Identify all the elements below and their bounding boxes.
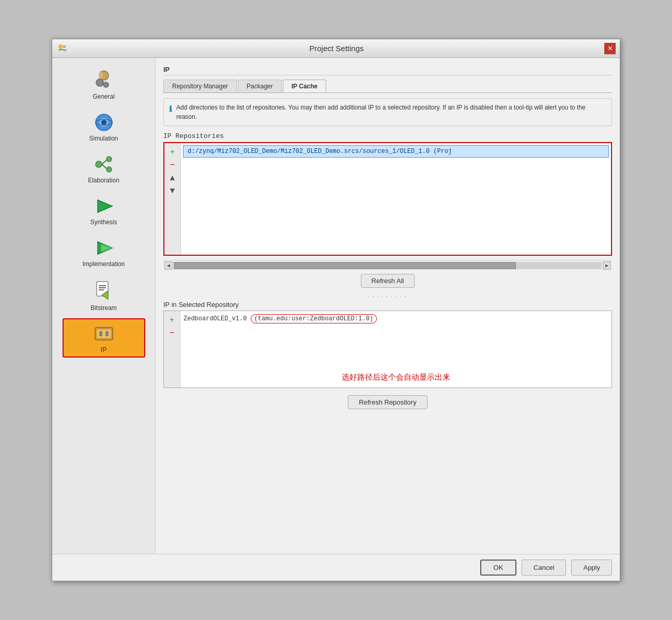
svg-rect-5 <box>99 72 103 79</box>
window-body: General Simulation <box>52 58 620 554</box>
selected-repo-item: ZedboardOLED_v1.0 (tamu.edu:user:Zedboar… <box>184 314 608 323</box>
svg-rect-27 <box>100 327 102 329</box>
title-bar: Project Settings ✕ <box>52 39 620 58</box>
repo-list-container: + − ▲ ▼ d:/zynq/Miz702_OLED_Demo/Miz702_… <box>163 142 612 256</box>
repo-controls: + − ▲ ▼ <box>164 143 181 255</box>
svg-point-3 <box>96 79 103 86</box>
ok-button[interactable]: OK <box>480 560 516 576</box>
elaboration-icon <box>94 154 114 175</box>
move-up-button[interactable]: ▲ <box>167 172 178 183</box>
scrollbar-track[interactable] <box>174 262 602 269</box>
svg-point-11 <box>106 157 112 162</box>
refresh-all-container: Refresh All <box>163 274 612 288</box>
bitstream-icon <box>94 280 114 302</box>
apply-button[interactable]: Apply <box>571 560 612 576</box>
svg-rect-26 <box>105 331 109 336</box>
sidebar-item-simulation[interactable]: Simulation <box>63 107 145 146</box>
sidebar-item-elaboration-label: Elaboration <box>88 177 119 184</box>
horizontal-scrollbar[interactable]: ◀ ▶ <box>163 260 612 271</box>
sidebar-item-ip[interactable]: IP <box>63 318 145 358</box>
selected-repo-container: + − ZedboardOLED_v1.0 (tamu.edu:user:Zed… <box>163 311 612 388</box>
app-logo <box>56 42 69 55</box>
general-icon <box>93 68 115 91</box>
synthesis-icon <box>94 196 114 216</box>
svg-point-12 <box>106 167 112 172</box>
scroll-right-arrow[interactable]: ▶ <box>603 261 611 270</box>
svg-point-0 <box>58 44 63 49</box>
sidebar-item-general[interactable]: General <box>63 63 145 104</box>
refresh-all-button[interactable]: Refresh All <box>361 274 415 288</box>
svg-line-14 <box>102 164 106 168</box>
add-repo-button[interactable]: + <box>167 146 178 158</box>
svg-rect-25 <box>99 331 102 336</box>
svg-marker-17 <box>101 244 112 252</box>
main-content: IP Repository Manager Packager IP Cache … <box>156 58 620 554</box>
scroll-left-arrow[interactable]: ◀ <box>164 261 173 270</box>
repo-list: d:/zynq/Miz702_OLED_Demo/Miz702_OLED_Dem… <box>181 143 611 255</box>
refresh-repository-button[interactable]: Refresh Repository <box>348 395 427 409</box>
section-header: IP <box>163 66 612 75</box>
selected-repo-item-sub: (tamu.edu:user:ZedboardOLED:1.0) <box>251 314 377 323</box>
tab-ip-cache[interactable]: IP Cache <box>283 80 326 92</box>
svg-point-10 <box>96 161 102 167</box>
sidebar-item-synthesis-label: Synthesis <box>90 219 117 226</box>
sidebar-item-general-label: General <box>93 93 115 100</box>
sidebar-item-implementation[interactable]: Implementation <box>63 233 145 272</box>
sidebar-item-implementation-label: Implementation <box>82 260 125 268</box>
remove-selected-repo-button[interactable]: − <box>166 327 178 338</box>
ip-repositories-label: IP Repositories <box>163 132 612 140</box>
implementation-icon <box>94 238 114 258</box>
selected-repo-list: ZedboardOLED_v1.0 (tamu.edu:user:Zedboar… <box>180 311 612 388</box>
repo-item[interactable]: d:/zynq/Miz702_OLED_Demo/Miz702_OLED_Dem… <box>183 145 609 158</box>
sidebar-item-elaboration[interactable]: Elaboration <box>63 149 145 188</box>
selected-repo-label: IP in Selected Repository <box>163 301 612 308</box>
tab-packager[interactable]: Packager <box>238 80 282 92</box>
footer: OK Cancel Apply <box>52 554 620 581</box>
svg-rect-24 <box>97 330 111 338</box>
refresh-repository-container: Refresh Repository <box>163 395 612 409</box>
sidebar-item-bitstream[interactable]: Bitstream <box>63 274 145 316</box>
info-box: ℹ Add directories to the list of reposit… <box>163 98 612 126</box>
svg-point-1 <box>63 45 66 48</box>
svg-marker-15 <box>98 200 112 212</box>
svg-rect-28 <box>105 327 108 329</box>
svg-point-8 <box>101 120 106 125</box>
tab-repository-manager[interactable]: Repository Manager <box>163 80 237 92</box>
svg-point-4 <box>103 82 109 87</box>
simulation-icon <box>94 112 114 133</box>
remove-repo-button[interactable]: − <box>167 159 178 171</box>
info-text: Add directories to the list of repositor… <box>176 103 606 121</box>
sidebar: General Simulation <box>52 58 156 554</box>
project-settings-window: Project Settings ✕ General <box>52 39 620 581</box>
svg-line-13 <box>102 160 106 164</box>
cancel-button[interactable]: Cancel <box>522 560 566 576</box>
sidebar-item-bitstream-label: Bitstream <box>90 304 117 312</box>
ip-icon <box>93 323 115 344</box>
selected-repo-item-main: ZedboardOLED_v1.0 <box>184 315 247 322</box>
tabs-container: Repository Manager Packager IP Cache <box>163 80 612 93</box>
sidebar-item-simulation-label: Simulation <box>89 135 118 142</box>
scrollbar-thumb[interactable] <box>174 262 516 269</box>
selected-repo-controls: + − <box>164 311 180 388</box>
sidebar-item-synthesis[interactable]: Synthesis <box>63 191 145 230</box>
window-title: Project Settings <box>69 44 604 53</box>
auto-display-note: 选好路径后这个会自动显示出来 <box>342 373 450 382</box>
add-selected-repo-button[interactable]: + <box>166 314 178 326</box>
sidebar-item-ip-label: IP <box>101 346 106 353</box>
move-down-button[interactable]: ▼ <box>167 185 178 196</box>
info-icon: ℹ <box>169 103 172 115</box>
close-button[interactable]: ✕ <box>604 43 616 54</box>
divider-dots: ......... <box>163 293 612 299</box>
